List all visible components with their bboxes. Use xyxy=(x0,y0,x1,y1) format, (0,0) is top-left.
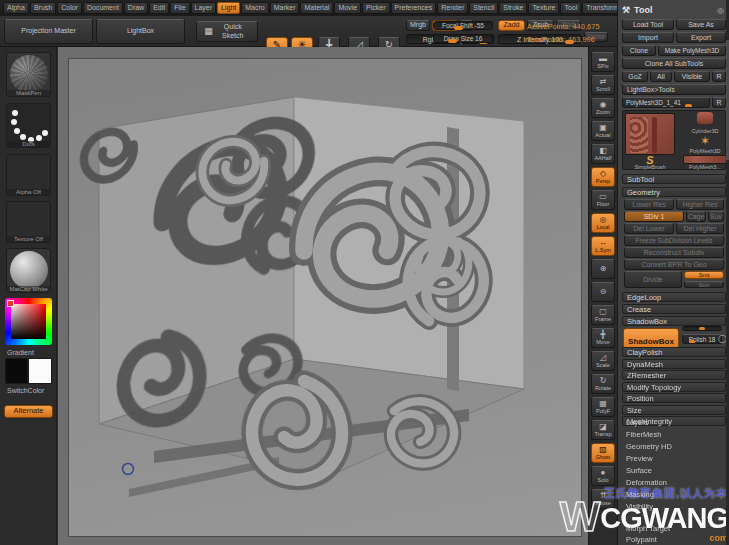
material-thumbnail[interactable]: MatCap White xyxy=(6,248,51,293)
section-header-geometry-hd[interactable]: Geometry HD xyxy=(626,442,672,451)
right-shelf-button[interactable]: ╋ Move xyxy=(591,328,615,348)
right-shelf-button[interactable]: ▭ Floor xyxy=(591,190,615,210)
make-polymesh3d-button[interactable]: Make PolyMesh3D xyxy=(658,45,726,56)
section-header-masking[interactable]: Masking xyxy=(626,490,654,499)
shadowbox-res-slider[interactable] xyxy=(682,326,722,331)
polymesh3d-star-icon[interactable]: ✶ xyxy=(683,135,727,149)
tool-r-button[interactable]: R xyxy=(712,97,726,108)
stroke-thumbnail[interactable]: Dots xyxy=(6,103,51,148)
export-button[interactable]: Export xyxy=(676,32,726,43)
reconstruct-subdiv-button[interactable]: Reconstruct Subdiv xyxy=(624,247,724,258)
right-shelf-button[interactable]: ▬ SPix xyxy=(591,52,615,72)
right-shelf-button[interactable]: ↔ L.Sym xyxy=(591,236,615,256)
secondary-color-swatch[interactable] xyxy=(28,358,52,384)
section-header-visibility[interactable]: Visibility xyxy=(626,502,653,511)
menu-item[interactable]: Draw xyxy=(124,2,148,14)
lower-res-button[interactable]: Lower Res xyxy=(624,199,674,210)
menu-item[interactable]: Stroke xyxy=(499,2,527,14)
alternate-button[interactable]: Alternate xyxy=(4,405,53,418)
menu-item[interactable]: Marker xyxy=(270,2,300,14)
section-header-claypolish[interactable]: ClayPolish xyxy=(622,347,726,357)
edgeloop-section-header[interactable]: EdgeLoop xyxy=(622,292,726,302)
menu-item[interactable]: Stencil xyxy=(469,2,498,14)
section-header-polypaint[interactable]: Polypaint xyxy=(626,535,657,544)
texture-thumbnail[interactable]: Texture Off xyxy=(6,201,51,243)
sdiv-slider[interactable]: SDiv 1 xyxy=(624,211,684,222)
canvas-area[interactable] xyxy=(58,47,588,545)
clone-all-subtools-button[interactable]: Clone All SubTools xyxy=(622,58,726,69)
alpha-thumbnail[interactable]: Alpha Off xyxy=(6,154,51,196)
section-header-layers[interactable]: Layers xyxy=(626,418,649,427)
goz-all-button[interactable]: All xyxy=(650,71,672,82)
suv-button[interactable]: Suv xyxy=(708,211,724,222)
menu-item[interactable]: Transform xyxy=(582,2,622,14)
menu-item[interactable]: Light xyxy=(217,2,240,14)
right-shelf-button[interactable]: ● Solo xyxy=(591,466,615,486)
current-brush-thumbnail[interactable]: MaskPen xyxy=(6,52,51,97)
polish-slider[interactable]: Polish 18 xyxy=(682,334,722,344)
right-shelf-button[interactable]: ⇈ Xpose xyxy=(591,489,615,509)
save-as-button[interactable]: Save As xyxy=(676,19,726,30)
smt-toggle[interactable]: Smt xyxy=(684,271,724,279)
panel-menu-icon[interactable]: ◎ xyxy=(717,6,724,15)
mrgb-button[interactable]: Mrgb xyxy=(406,20,430,31)
current-tool-name[interactable]: PolyMesh3D_1_41 xyxy=(622,97,710,108)
draw-size-slider[interactable]: Draw Size 16 xyxy=(433,34,493,43)
del-lower-button[interactable]: Del Lower xyxy=(624,223,674,234)
convert-bpr-button[interactable]: Convert BPR To Geo xyxy=(624,259,724,270)
menu-item[interactable]: Render xyxy=(437,2,468,14)
del-higher-button[interactable]: Del Higher xyxy=(676,223,724,234)
menu-item[interactable]: Macro xyxy=(241,2,268,14)
clone-button[interactable]: Clone xyxy=(622,45,656,56)
section-header-zremesher[interactable]: ZRemesher xyxy=(622,370,726,380)
focal-shift-slider[interactable]: Focal Shift -55 xyxy=(433,21,493,30)
right-shelf-button[interactable]: ⊖ xyxy=(591,282,615,302)
menu-item[interactable]: Alpha xyxy=(3,2,29,14)
menu-item[interactable]: Tool xyxy=(560,2,581,14)
menu-item[interactable]: Color xyxy=(57,2,82,14)
right-shelf-button[interactable]: ▨ Ghost xyxy=(591,443,615,463)
goz-r-button[interactable]: R xyxy=(712,71,726,82)
right-shelf-button[interactable]: ◉ Zoom xyxy=(591,98,615,118)
crease-section-header[interactable]: Crease xyxy=(622,304,726,314)
right-shelf-button[interactable]: ◇ Persp xyxy=(591,167,615,187)
section-header-dynamesh[interactable]: DynaMesh xyxy=(622,359,726,369)
main-color-swatch[interactable] xyxy=(5,358,28,384)
quick-sketch-button[interactable]: ▦ Quick Sketch xyxy=(196,21,258,42)
menu-item[interactable]: Preferences xyxy=(391,2,437,14)
menu-item[interactable]: Document xyxy=(83,2,123,14)
section-header-morph-target[interactable]: Morph Target xyxy=(626,524,670,533)
suv-toggle[interactable]: Suv xyxy=(684,281,724,288)
document-viewport[interactable] xyxy=(68,58,582,537)
right-shelf-button[interactable]: ◿ Scale xyxy=(591,351,615,371)
zadd-button[interactable]: Zadd xyxy=(498,20,525,31)
right-shelf-button[interactable]: ⊕ xyxy=(591,259,615,279)
shadowbox-section-header[interactable]: ShadowBox xyxy=(622,316,726,326)
section-header-fibermesh[interactable]: FiberMesh xyxy=(626,430,661,439)
import-button[interactable]: Import xyxy=(622,32,674,43)
right-shelf-button[interactable]: ▢ Frame xyxy=(591,305,615,325)
goz-visible-button[interactable]: Visible xyxy=(674,71,710,82)
menu-item[interactable]: Brush xyxy=(30,2,56,14)
lightbox-button[interactable]: LightBox xyxy=(96,19,185,44)
lightbox-tools-button[interactable]: LightBox>Tools xyxy=(622,84,726,95)
right-shelf-button[interactable]: ◎ Local xyxy=(591,213,615,233)
right-shelf-button[interactable]: ⇄ Scroll xyxy=(591,75,615,95)
right-shelf-button[interactable]: ◧ AAHalf xyxy=(591,144,615,164)
section-header-deformation[interactable]: Deformation xyxy=(626,478,667,487)
menu-item[interactable]: Picker xyxy=(362,2,389,14)
right-shelf-button[interactable]: ▦ PolyF xyxy=(591,397,615,417)
freeze-subdivision-button[interactable]: Freeze SubDivision Levels xyxy=(624,235,724,246)
section-header-surface[interactable]: Surface xyxy=(626,466,652,475)
tool-panel-header[interactable]: ⚒ Tool ◎ xyxy=(622,4,726,16)
divide-button[interactable]: Divide xyxy=(624,271,682,288)
section-header-position[interactable]: Position xyxy=(622,393,726,403)
active-tool-preview[interactable] xyxy=(625,113,675,155)
cylinder3d-tool[interactable] xyxy=(683,112,727,128)
goz-button[interactable]: GoZ xyxy=(622,71,648,82)
menu-item[interactable]: Texture xyxy=(528,2,559,14)
load-tool-button[interactable]: Load Tool xyxy=(622,19,674,30)
cage-button[interactable]: Cage xyxy=(686,211,706,222)
menu-item[interactable]: Layer xyxy=(191,2,217,14)
projection-master-button[interactable]: Projection Master xyxy=(4,19,93,44)
